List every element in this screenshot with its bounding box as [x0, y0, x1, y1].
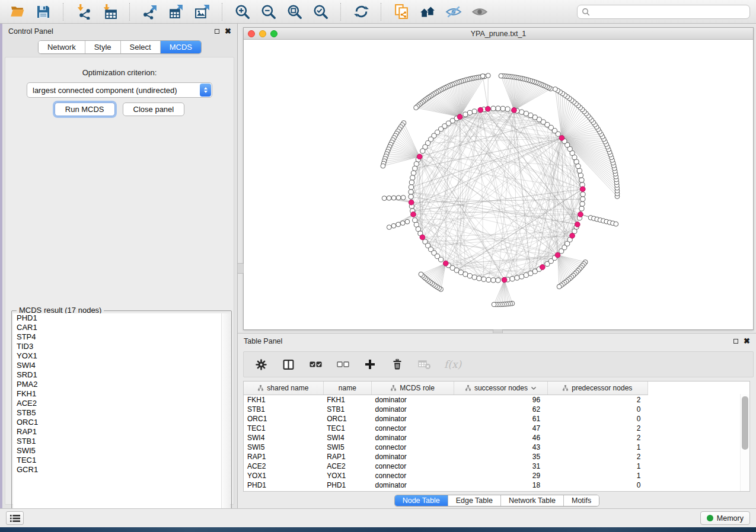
network-node[interactable] [515, 275, 519, 280]
network-hub-node[interactable] [417, 154, 422, 159]
mcds-result-item[interactable]: RAP1 [17, 427, 222, 437]
table-cell[interactable]: TEC1 [244, 424, 323, 433]
table-cell[interactable]: SWI4 [323, 433, 371, 443]
export-image-icon[interactable] [191, 2, 213, 22]
network-node[interactable] [382, 196, 387, 201]
table-cell[interactable]: 47 [454, 424, 548, 433]
table-cell[interactable]: YOX1 [323, 471, 371, 480]
network-node[interactable] [463, 272, 468, 277]
table-cell[interactable]: dominator [371, 405, 454, 414]
network-node[interactable] [420, 149, 425, 153]
mcds-result-item[interactable]: FKH1 [17, 389, 222, 399]
mcds-result-item[interactable]: CAR1 [17, 323, 222, 332]
table-cell[interactable]: connector [371, 471, 454, 480]
network-node[interactable] [580, 197, 585, 201]
network-hub-node[interactable] [443, 261, 448, 266]
table-cell[interactable]: 1 [547, 462, 647, 471]
zoom-selected-icon[interactable] [310, 2, 332, 22]
network-node[interactable] [577, 168, 582, 173]
zoom-fit-icon[interactable] [283, 2, 306, 22]
table-row[interactable]: ACE2ACE2connector311 [244, 462, 749, 471]
column-header-shared-name[interactable]: shared name [244, 382, 323, 395]
import-table-icon[interactable] [98, 2, 121, 22]
tab-node-table[interactable]: Node Table [395, 495, 448, 506]
table-cell[interactable]: STB1 [323, 405, 371, 414]
search-input[interactable] [593, 7, 745, 17]
table-cell[interactable]: 29 [454, 471, 548, 480]
table-cell[interactable]: 31 [454, 462, 548, 471]
zoom-out-icon[interactable] [257, 2, 280, 22]
network-node[interactable] [409, 185, 413, 190]
table-cell[interactable]: YOX1 [244, 471, 323, 480]
network-node[interactable] [496, 106, 500, 111]
network-node[interactable] [409, 190, 413, 194]
column-header-successor-nodes[interactable]: successor nodes [454, 382, 548, 395]
mcds-result-item[interactable]: STP4 [17, 332, 222, 342]
column-header-name[interactable]: name [323, 382, 371, 395]
table-row[interactable]: SWI4SWI4dominator462 [244, 433, 749, 443]
table-cell[interactable]: SWI5 [244, 443, 323, 452]
network-node[interactable] [439, 257, 444, 262]
table-cell[interactable]: ACE2 [323, 462, 371, 471]
network-hub-node[interactable] [578, 211, 583, 217]
tab-edge-table[interactable]: Edge Table [448, 495, 501, 506]
optimization-criterion-select[interactable]: largest connected component (undirected) [27, 82, 212, 98]
network-hub-node[interactable] [512, 108, 517, 113]
mcds-result-item[interactable]: TEC1 [17, 456, 222, 465]
mcds-result-item[interactable]: PMA2 [17, 380, 222, 389]
control-panel-float-icon[interactable] [215, 29, 219, 34]
network-hub-node[interactable] [580, 187, 585, 192]
table-cell[interactable]: 2 [547, 395, 647, 405]
network-node[interactable] [580, 192, 585, 197]
table-cell[interactable]: connector [371, 424, 454, 433]
network-node[interactable] [492, 302, 496, 307]
column-header-mcds-role[interactable]: MCDS role [371, 382, 454, 395]
network-node[interactable] [486, 73, 490, 78]
table-cell[interactable]: 0 [547, 480, 647, 490]
refresh-layout-icon[interactable] [350, 2, 372, 22]
mcds-result-item[interactable]: GCR1 [17, 465, 222, 475]
network-node[interactable] [491, 278, 496, 283]
table-row[interactable]: TEC1TEC1connector472 [244, 424, 749, 433]
network-node[interactable] [410, 175, 415, 180]
network-hub-node[interactable] [411, 211, 416, 217]
run-mcds-button[interactable]: Run MCDS [55, 102, 115, 116]
network-node[interactable] [405, 219, 410, 224]
delete-column-trash-icon[interactable] [390, 356, 405, 373]
table-cell[interactable]: SWI5 [323, 443, 371, 452]
network-node[interactable] [472, 109, 477, 114]
zoom-in-icon[interactable] [231, 2, 254, 22]
tab-motifs[interactable]: Motifs [564, 495, 599, 506]
table-cell[interactable]: ORC1 [244, 414, 323, 424]
network-node[interactable] [579, 206, 584, 211]
vertical-splitter-handle[interactable] [237, 263, 244, 274]
home-views-icon[interactable] [416, 2, 439, 22]
mcds-result-item[interactable]: SWI4 [17, 361, 222, 370]
table-row[interactable]: PHD1PHD1dominator180 [244, 480, 749, 490]
network-node[interactable] [524, 111, 528, 116]
network-node[interactable] [409, 194, 413, 199]
table-cell[interactable]: ORC1 [323, 414, 371, 424]
network-node[interactable] [578, 173, 583, 178]
network-node[interactable] [414, 105, 419, 110]
control-panel-close-icon[interactable]: ✖ [225, 28, 231, 34]
network-node[interactable] [576, 164, 580, 168]
network-node[interactable] [614, 222, 618, 226]
mcds-result-item[interactable]: STB1 [17, 437, 222, 446]
hide-selected-eye-icon[interactable] [442, 2, 465, 22]
table-cell[interactable]: 1 [547, 443, 647, 452]
table-cell[interactable]: 61 [454, 414, 548, 424]
table-cell[interactable]: ACE2 [244, 462, 323, 471]
table-row[interactable]: RAP1RAP1dominator352 [244, 452, 749, 462]
network-node[interactable] [419, 272, 423, 277]
table-cell[interactable]: 46 [454, 433, 548, 443]
table-cell[interactable]: RAP1 [323, 452, 371, 462]
network-node[interactable] [381, 164, 385, 168]
mcds-result-item[interactable]: ACE2 [17, 399, 222, 408]
table-scrollbar-thumb[interactable] [742, 396, 748, 450]
network-hub-node[interactable] [502, 277, 507, 283]
tab-select[interactable]: Select [121, 41, 161, 53]
table-cell[interactable]: RAP1 [244, 452, 323, 462]
network-hub-node[interactable] [540, 265, 545, 270]
table-cell[interactable]: 43 [454, 443, 548, 452]
